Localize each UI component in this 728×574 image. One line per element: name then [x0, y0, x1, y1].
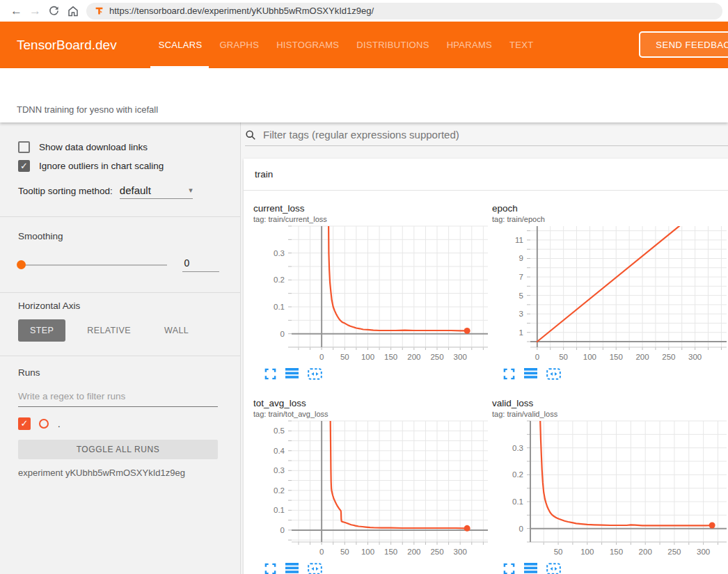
svg-text:0: 0 [280, 526, 285, 534]
horizontal-bars-icon[interactable] [524, 563, 537, 574]
chart-tag: tag: train/current_loss [253, 215, 492, 223]
chart-grid: current_loss tag: train/current_loss 050… [244, 191, 728, 574]
axis-relative-button[interactable]: RELATIVE [75, 319, 143, 342]
svg-text:50: 50 [340, 548, 349, 556]
home-icon[interactable] [63, 2, 82, 20]
smoothing-value-input[interactable]: 0 [182, 257, 219, 272]
filter-tags-input[interactable]: Filter tags (regular expressions support… [245, 129, 728, 146]
svg-text:100: 100 [580, 548, 594, 556]
smoothing-slider-thumb[interactable] [17, 260, 26, 269]
svg-text:150: 150 [610, 353, 623, 361]
svg-text:150: 150 [610, 548, 623, 556]
horizontal-bars-icon[interactable] [524, 368, 537, 380]
fit-domain-icon[interactable] [546, 368, 561, 380]
horizontal-bars-icon[interactable] [285, 368, 299, 380]
chart-title: valid_loss [492, 398, 728, 408]
tab-histograms[interactable]: HISTOGRAMS [276, 22, 339, 68]
reload-icon[interactable] [45, 2, 63, 20]
svg-text:0: 0 [519, 525, 523, 533]
runs-filter-input[interactable]: Write a regex to filter runs [18, 391, 218, 407]
smoothing-label: Smoothing [18, 231, 219, 241]
chart-tag: tag: train/tot_avg_loss [253, 410, 492, 418]
svg-text:0.3: 0.3 [274, 249, 285, 257]
back-icon[interactable]: ← [7, 2, 26, 20]
chart-epoch: epoch tag: train/epoch 05010015020025030… [492, 203, 728, 380]
toggle-all-runs-button[interactable]: TOGGLE ALL RUNS [18, 440, 218, 459]
svg-text:3: 3 [519, 310, 523, 318]
fullscreen-icon[interactable] [264, 368, 276, 380]
svg-text:100: 100 [583, 353, 596, 361]
svg-text:0: 0 [319, 353, 324, 361]
axis-step-button[interactable]: STEP [18, 319, 65, 342]
svg-text:200: 200 [407, 548, 420, 556]
show-download-links-label: Show data download links [39, 142, 148, 152]
ignore-outliers-row[interactable]: ✓ Ignore outliers in chart scaling [18, 160, 219, 172]
run-checkbox[interactable]: ✓ [18, 417, 31, 430]
tooltip-sorting-select[interactable]: default ▾ [120, 184, 193, 199]
svg-text:7: 7 [519, 273, 523, 281]
ignore-outliers-label: Ignore outliers in chart scaling [39, 161, 164, 171]
horizontal-bars-icon[interactable] [285, 563, 299, 574]
fullscreen-icon[interactable] [503, 368, 515, 380]
run-color-swatch-icon [39, 419, 49, 429]
svg-text:100: 100 [361, 548, 374, 556]
tab-distributions[interactable]: DISTRIBUTIONS [356, 22, 429, 68]
chart-tot-avg-loss: tot_avg_loss tag: train/tot_avg_loss 050… [253, 398, 492, 574]
run-row: ✓ . [18, 417, 219, 431]
svg-text:150: 150 [384, 548, 397, 556]
svg-text:250: 250 [667, 548, 681, 556]
svg-text:0.4: 0.4 [274, 447, 285, 455]
svg-text:0: 0 [319, 548, 324, 556]
tab-graphs[interactable]: GRAPHS [219, 22, 259, 68]
chart-tag: tag: train/epoch [492, 215, 728, 223]
tab-scalars[interactable]: SCALARS [159, 22, 203, 68]
experiment-id-note: experiment yKUbhb5wRmOSXYkId1z9eg [18, 468, 219, 478]
ignore-outliers-checkbox[interactable]: ✓ [18, 160, 30, 172]
runs-label: Runs [18, 367, 219, 378]
show-download-links-checkbox[interactable] [18, 141, 30, 153]
chart-current-loss: current_loss tag: train/current_loss 050… [253, 203, 492, 380]
fullscreen-icon[interactable] [264, 563, 276, 574]
tooltip-sorting-value: default [120, 184, 151, 196]
line-chart[interactable]: 05010015020025030000.10.20.30.40.5 [253, 420, 492, 558]
fit-domain-icon[interactable] [308, 563, 322, 574]
run-name: . [58, 419, 61, 429]
fit-domain-icon[interactable] [308, 368, 322, 380]
fullscreen-icon[interactable] [503, 563, 515, 574]
tab-hparams[interactable]: HPARAMS [447, 22, 492, 68]
train-section-header[interactable]: train [244, 159, 728, 191]
line-chart[interactable]: 5010015020025030000.10.20.3 [492, 420, 728, 558]
svg-text:200: 200 [407, 353, 420, 361]
svg-text:300: 300 [454, 353, 467, 361]
svg-text:0.1: 0.1 [274, 303, 285, 311]
svg-text:0: 0 [535, 353, 539, 361]
line-chart[interactable]: 05010015020025030000.10.20.3 [253, 225, 492, 363]
smoothing-slider[interactable] [18, 264, 167, 266]
svg-text:150: 150 [384, 353, 397, 361]
chart-title: epoch [492, 203, 728, 214]
svg-text:11: 11 [515, 236, 523, 244]
address-bar[interactable]: https://tensorboard.dev/experiment/yKUbh… [86, 3, 722, 19]
svg-text:0.2: 0.2 [274, 486, 285, 495]
svg-text:5: 5 [519, 292, 523, 300]
line-chart[interactable]: 0501001502002503001357911 [492, 225, 728, 363]
svg-text:0.3: 0.3 [274, 466, 285, 475]
browser-toolbar: ← → https://tensorboard.dev/experiment/y… [0, 0, 728, 22]
svg-text:250: 250 [662, 353, 675, 361]
show-download-links-row[interactable]: Show data download links [18, 141, 219, 153]
chart-title: current_loss [253, 203, 492, 214]
svg-text:300: 300 [454, 548, 467, 556]
axis-wall-button[interactable]: WALL [152, 319, 200, 342]
fit-domain-icon[interactable] [546, 563, 561, 574]
send-feedback-button[interactable]: SEND FEEDBACK [639, 31, 728, 58]
train-card: train current_loss tag: train/current_lo… [244, 159, 728, 574]
svg-text:50: 50 [340, 353, 349, 361]
svg-text:0.1: 0.1 [274, 506, 285, 514]
app-brand: TensorBoard.dev [17, 38, 117, 53]
tab-text[interactable]: TEXT [509, 22, 533, 68]
tab-bar: SCALARS GRAPHS HISTOGRAMS DISTRIBUTIONS … [159, 22, 534, 68]
svg-text:0.2: 0.2 [512, 470, 523, 479]
url-text: https://tensorboard.dev/experiment/yKUbh… [109, 6, 374, 16]
forward-icon[interactable]: → [26, 2, 45, 20]
settings-sidebar: Show data download links ✓ Ignore outlie… [0, 122, 241, 574]
